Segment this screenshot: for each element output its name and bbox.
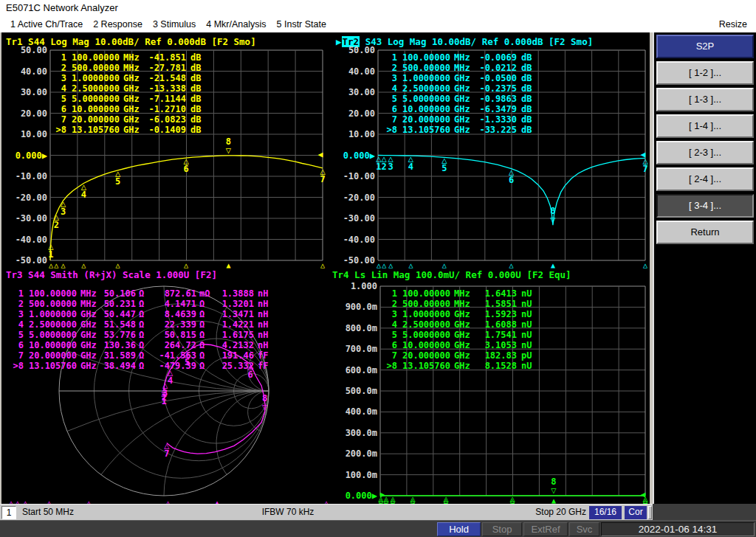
marker-cell: dB [517,125,532,135]
marker-cell: 4 [381,83,397,94]
marker-cell: 1.0000000 [397,73,450,83]
marker-cell: Ω [196,299,217,309]
marker-cell: dB [517,114,532,125]
softkey-1-4[interactable]: [ 1-4 ]... [656,114,754,138]
marker-cell: 10.000000 [397,104,450,114]
marker-6-label: 6 [182,164,190,173]
tr4-name: Tr4 [332,269,349,280]
softkey-2-3[interactable]: [ 2-3 ]... [656,141,754,164]
marker-cell: nU [517,319,532,330]
marker-cell: MHz [450,63,475,73]
ref-level-arrow-icon: ◀ [316,150,325,159]
marker-cell: 264.72 [155,340,196,350]
marker-cell: 2 [7,299,24,309]
marker-cell: 1 [50,52,66,63]
marker-cell: 2 [381,299,397,309]
marker-cell: 3 [381,309,397,319]
y-axis-label: 10.00 [329,129,375,139]
marker-cell: Ω [136,288,155,299]
marker-8-triangle-icon[interactable]: ▽ [261,403,269,412]
menu-item[interactable]: 2 Response [93,16,142,32]
marker-cell: Ω [136,309,155,319]
marker-cell: GHz [77,330,102,340]
stop-indicator: Stop [482,522,522,536]
marker-8-triangle-icon[interactable]: ▽ [549,215,557,224]
marker-cell: 100.00000 [397,52,450,63]
marker-cell: 10.000000 [397,340,450,350]
marker-table-row: 1100.00000MHz-0.0069dB [381,52,532,63]
menu-item[interactable]: 1 Active Ch/Trace [10,16,83,32]
marker-table-row: 1100.00000MHz1.6413nU [381,288,532,299]
marker-4-label: 4 [166,376,175,385]
stimulus-marker-7-icon: △ [318,261,327,270]
marker-3-label: 3 [59,207,68,216]
y-axis-label: -20.00 [329,193,375,203]
tr4-format: Ls Lin Mag 100.0mU/ Ref 0.000U [F2 Equ] [349,269,571,280]
marker-5-label: 5 [114,177,123,186]
marker-cell: 5 [50,94,66,104]
y-axis-label: 400.0m [331,406,377,417]
marker-cell: nH [254,288,268,299]
marker-cell: 1.0000000 [397,309,450,319]
marker-cell: 182.83 [475,350,517,361]
marker-cell: Ω [196,340,217,350]
marker-cell: 1.3471 [217,309,254,319]
marker-cell: MHz [450,52,475,63]
marker-cell: Ω [196,350,217,361]
marker-table-row: 31.0000000GHz50.447Ω8.4639Ω1.3471nH [7,309,268,319]
extref-indicator: ExtRef [523,522,568,536]
marker-cell: 500.00000 [24,299,77,309]
marker-6-label: 6 [246,370,255,379]
softkey-return[interactable]: Return [656,221,754,244]
y-axis-label: -10.00 [1,171,47,181]
y-axis-label: 200.0m [331,448,377,459]
marker-8-triangle-icon[interactable]: ▽ [224,146,233,155]
menu-item[interactable]: 3 Stimulus [153,16,196,32]
tr3-format: S44 Smith (R+jX) Scale 1.000U [F2] [23,269,217,280]
marker-cell: 2 [50,63,66,73]
marker-8-triangle-icon[interactable]: ▽ [549,486,558,495]
marker-cell: 4.1471 [155,299,196,309]
y-axis-label: 50.00 [329,45,375,55]
marker-4-label: 4 [406,162,415,171]
marker-cell: 191.46 [217,350,254,361]
marker-cell: Ω [136,330,155,340]
marker-cell: -6.0823 [145,114,186,125]
marker-cell: 22.339 [155,319,196,330]
marker-cell: 100.00000 [66,52,120,63]
resize-button[interactable]: Resize [719,16,747,32]
softkey-1-3[interactable]: [ 1-3 ]... [656,88,754,111]
marker-cell: 872.61 [155,288,196,299]
marker-cell: GHz [450,340,475,350]
marker-cell: 1 [381,52,397,63]
marker-cell: 1 [7,288,24,299]
menu-item[interactable]: 4 Mkr/Analysis [206,16,266,32]
marker-cell: GHz [450,104,475,114]
marker-cell: GHz [450,73,475,83]
ifbw-readout: IFBW 70 kHz [229,507,347,517]
softkey-menu-title: S2P [656,35,754,58]
tr3-title[interactable]: Tr3 S44 Smith (R+jX) Scale 1.000U [F2] [6,269,217,280]
tr4-marker-table: 1100.00000MHz1.6413nU2500.00000MHz1.5851… [381,288,532,371]
marker-cell: 1.7541 [475,330,517,340]
marker-cell: dB [186,73,201,83]
y-axis-label: 30.00 [329,87,375,97]
softkey-2-4[interactable]: [ 2-4 ]... [656,167,754,191]
svc-indicator: Svc [569,522,599,536]
softkey-3-4[interactable]: [ 3-4 ]... [656,194,754,218]
marker-cell: 1.5851 [475,299,517,309]
marker-cell: -0.2375 [475,83,517,94]
tr4-title[interactable]: Tr4 Ls Lin Mag 100.0mU/ Ref 0.000U [F2 E… [332,269,571,280]
softkey-1-2[interactable]: [ 1-2 ]... [656,61,754,85]
marker-cell: 2.5000000 [397,83,450,94]
marker-cell: nH [254,340,268,350]
marker-cell: MHz [77,288,102,299]
marker-3-label: 3 [386,162,395,171]
marker-cell: 20.000000 [397,350,450,361]
menu-item[interactable]: 5 Instr State [277,16,326,32]
y-axis-label: 40.00 [329,66,375,77]
marker-table-row: >813.105760GHz8.1528nU [381,361,532,371]
marker-cell: 3.1053 [475,340,517,350]
marker-cell: 20.000000 [397,114,450,125]
tr1-format: S44 Log Mag 10.00dB/ Ref 0.000dB [F2 Smo… [23,36,256,47]
